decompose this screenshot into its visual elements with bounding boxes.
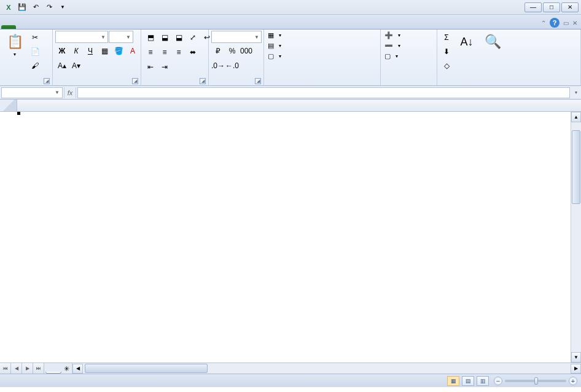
ribbon-minimize-icon[interactable]: ⌃ [541, 20, 546, 26]
close-button[interactable]: ✕ [561, 2, 579, 12]
font-name-combo[interactable]: ▼ [55, 31, 108, 43]
align-center-icon[interactable]: ≡ [158, 45, 171, 59]
find-select-button[interactable]: 🔍 [480, 31, 505, 53]
clipboard-dialog-launcher[interactable]: ◢ [44, 78, 50, 84]
excel-icon[interactable]: X [2, 2, 15, 13]
italic-button[interactable]: К [69, 44, 83, 58]
cell-styles-button[interactable]: ▢ ▾ [267, 52, 283, 61]
normal-view-icon[interactable]: ▦ [447, 376, 459, 386]
zoom-knob[interactable] [534, 377, 538, 385]
scroll-down-icon[interactable]: ▼ [571, 352, 581, 363]
vertical-scrollbar[interactable]: ▲ ▼ [571, 112, 581, 363]
number-format-combo[interactable]: ▼ [211, 31, 262, 43]
cells-area[interactable] [17, 112, 581, 363]
conditional-formatting-button[interactable]: ▦ ▾ [267, 31, 283, 40]
shrink-font-icon[interactable]: A▾ [69, 59, 83, 73]
insert-cells-button[interactable]: ➕ ▾ [383, 31, 402, 40]
autosum-icon[interactable]: Σ [440, 31, 453, 44]
group-cells: ➕ ▾ ➖ ▾ ▢ ▾ [381, 29, 437, 85]
font-size-combo[interactable]: ▼ [109, 31, 133, 43]
group-alignment: ⬒ ⬓ ⬓ ⤢ ↩ ≡ ≡ ≡ ⬌ ⇤ ⇥ ◢ [141, 29, 209, 85]
redo-icon[interactable]: ↷ [43, 2, 55, 13]
format-as-table-button[interactable]: ▤ ▾ [267, 41, 283, 50]
group-clipboard: 📋 ▾ ✂ 📄 🖌 ◢ [0, 29, 53, 85]
paste-button[interactable]: 📋 ▾ [2, 31, 27, 58]
horizontal-scrollbar[interactable]: ◀ ▶ [72, 363, 581, 374]
minimize-button[interactable]: — [524, 2, 542, 12]
scroll-right-icon[interactable]: ▶ [571, 364, 581, 374]
clear-icon[interactable]: ◇ [440, 59, 453, 73]
table-icon: ▤ [268, 42, 274, 50]
sheet-nav-prev-icon[interactable]: ◀ [11, 363, 22, 374]
zoom-in-button[interactable]: + [569, 377, 577, 385]
group-font: ▼ ▼ Ж К Ч ▦ 🪣 A A▴ A▾ ◢ [53, 29, 141, 85]
status-bar: ▦ ▤ ▥ − + [0, 374, 581, 387]
name-box[interactable]: ▼ [1, 87, 63, 98]
fill-color-button[interactable]: 🪣 [112, 44, 125, 58]
ribbon-tabs: ⌃ ? ▭ ✕ [0, 15, 581, 29]
page-layout-view-icon[interactable]: ▤ [462, 376, 474, 386]
format-painter-icon[interactable]: 🖌 [28, 59, 42, 73]
scroll-up-icon[interactable]: ▲ [571, 112, 581, 122]
merge-icon[interactable]: ⬌ [186, 45, 200, 59]
zoom-slider[interactable] [505, 380, 566, 382]
border-button[interactable]: ▦ [98, 44, 111, 58]
align-right-icon[interactable]: ≡ [172, 45, 185, 59]
vscroll-thumb[interactable] [572, 130, 580, 204]
select-all-button[interactable] [0, 100, 17, 111]
sheet-tab[interactable] [45, 372, 61, 374]
align-top-icon[interactable]: ⬒ [144, 31, 157, 44]
formula-input[interactable] [77, 87, 570, 98]
comma-format-icon[interactable]: 000 [240, 44, 253, 58]
window-buttons: — □ ✕ [524, 2, 579, 12]
sheet-nav-last-icon[interactable]: ⏭ [33, 363, 44, 374]
sheet-tab-bar: ⏮ ◀ ▶ ⏭ ✳ ◀ ▶ [0, 363, 581, 374]
help-icon[interactable]: ? [550, 18, 560, 28]
increase-decimal-icon[interactable]: .0→ [211, 59, 225, 73]
formula-expand-icon[interactable]: ▾ [571, 87, 581, 98]
align-middle-icon[interactable]: ⬓ [158, 31, 171, 44]
decrease-decimal-icon[interactable]: ←.0 [225, 59, 239, 73]
window-mdi-close-icon[interactable]: ✕ [572, 20, 577, 26]
new-sheet-icon[interactable]: ✳ [61, 364, 72, 374]
qat-dropdown-icon[interactable]: ▼ [57, 2, 69, 13]
bold-button[interactable]: Ж [55, 44, 69, 58]
format-cells-button[interactable]: ▢ ▾ [383, 52, 399, 61]
font-color-button[interactable]: A [126, 44, 139, 58]
delete-cells-button[interactable]: ➖ ▾ [383, 41, 402, 50]
sheet-nav-next-icon[interactable]: ▶ [22, 363, 33, 374]
font-dialog-launcher[interactable]: ◢ [132, 78, 138, 84]
sort-filter-button[interactable]: A↓ [454, 31, 479, 53]
hscroll-thumb[interactable] [85, 364, 208, 373]
ribbon: 📋 ▾ ✂ 📄 🖌 ◢ ▼ ▼ Ж К Ч ▦ 🪣 [0, 29, 581, 86]
align-bottom-icon[interactable]: ⬓ [172, 31, 185, 44]
save-icon[interactable]: 💾 [16, 2, 28, 13]
cond-format-icon: ▦ [268, 31, 274, 39]
copy-icon[interactable]: 📄 [28, 45, 42, 58]
fx-icon[interactable]: fx [64, 87, 76, 98]
file-tab[interactable] [1, 25, 16, 29]
increase-indent-icon[interactable]: ⇥ [158, 60, 171, 74]
cut-icon[interactable]: ✂ [28, 31, 42, 44]
percent-format-icon[interactable]: % [225, 44, 239, 58]
maximize-button[interactable]: □ [543, 2, 560, 12]
sheet-nav-first-icon[interactable]: ⏮ [0, 363, 11, 374]
alignment-dialog-launcher[interactable]: ◢ [200, 78, 206, 84]
scroll-left-icon[interactable]: ◀ [72, 364, 83, 374]
sort-icon: A↓ [457, 32, 477, 52]
titlebar: X 💾 ↶ ↷ ▼ — □ ✕ [0, 0, 581, 15]
align-left-icon[interactable]: ≡ [144, 45, 157, 59]
accounting-format-icon[interactable]: ₽ [211, 44, 225, 58]
grow-font-icon[interactable]: A▴ [55, 59, 69, 73]
group-editing: Σ ⬇ ◇ A↓ 🔍 [437, 29, 581, 85]
zoom-out-button[interactable]: − [494, 377, 502, 385]
number-dialog-launcher[interactable]: ◢ [255, 78, 261, 84]
undo-icon[interactable]: ↶ [29, 2, 42, 13]
fill-icon[interactable]: ⬇ [440, 45, 453, 58]
window-restore-icon[interactable]: ▭ [563, 20, 569, 26]
page-break-view-icon[interactable]: ▥ [477, 376, 489, 386]
orientation-icon[interactable]: ⤢ [186, 31, 200, 44]
worksheet-grid: ▲ ▼ [0, 100, 581, 363]
underline-button[interactable]: Ч [84, 44, 97, 58]
decrease-indent-icon[interactable]: ⇤ [144, 60, 157, 74]
